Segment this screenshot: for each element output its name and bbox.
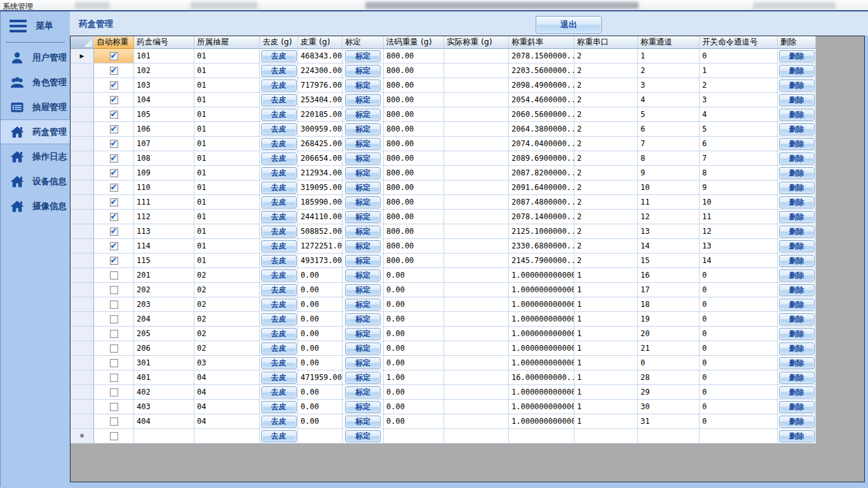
channel-cell[interactable]: 28: [638, 370, 700, 385]
switch-channel-cell[interactable]: 0: [700, 283, 778, 297]
row-selector[interactable]: [71, 312, 94, 327]
box-number-cell[interactable]: 104: [134, 93, 194, 107]
actual-weight-cell[interactable]: [444, 210, 509, 224]
serial-port-cell[interactable]: 2: [574, 49, 638, 64]
box-number-cell[interactable]: 206: [134, 341, 194, 356]
switch-channel-cell[interactable]: 14: [700, 254, 778, 268]
tare-weight-cell[interactable]: 0.00: [298, 327, 342, 341]
tare-button[interactable]: 去皮: [261, 50, 297, 62]
box-number-cell[interactable]: 114: [134, 239, 194, 254]
tare-weight-cell[interactable]: 0.00: [298, 312, 342, 327]
tare-weight-cell[interactable]: [298, 429, 342, 444]
column-header-auto-weigh[interactable]: 自动称重: [94, 36, 134, 49]
row-selector[interactable]: [71, 64, 94, 78]
actual-weight-cell[interactable]: [444, 297, 509, 312]
slope-cell[interactable]: 2064.3800000...: [509, 122, 574, 137]
slope-cell[interactable]: 2078.1400000...: [509, 210, 574, 224]
switch-channel-cell[interactable]: 8: [700, 166, 778, 180]
standard-weight-cell[interactable]: 1.00: [384, 370, 444, 385]
row-selector[interactable]: [71, 356, 94, 370]
delete-button[interactable]: 删除: [779, 94, 815, 106]
calibrate-button[interactable]: 标定: [345, 342, 381, 355]
tare-button[interactable]: 去皮: [261, 372, 297, 384]
serial-port-cell[interactable]: 2: [574, 107, 638, 122]
standard-weight-cell[interactable]: 800.00: [384, 78, 444, 93]
channel-cell[interactable]: 4: [638, 93, 700, 107]
tare-weight-cell[interactable]: 0.00: [298, 356, 342, 370]
standard-weight-cell[interactable]: 800.00: [384, 239, 444, 254]
row-selector[interactable]: [71, 400, 94, 414]
tare-button[interactable]: 去皮: [261, 123, 297, 135]
row-selector[interactable]: [71, 137, 94, 151]
actual-weight-cell[interactable]: [444, 268, 509, 283]
slope-cell[interactable]: 1.0000000000000: [509, 297, 574, 312]
auto-weigh-checkbox[interactable]: [110, 125, 118, 133]
switch-channel-cell[interactable]: [700, 429, 778, 444]
slope-cell[interactable]: 1.0000000000000: [509, 385, 574, 400]
calibrate-button[interactable]: 标定: [345, 182, 381, 194]
slope-cell[interactable]: [509, 429, 574, 444]
serial-port-cell[interactable]: [574, 429, 638, 444]
actual-weight-cell[interactable]: [444, 166, 509, 180]
tare-weight-cell[interactable]: 319095.00: [298, 180, 342, 195]
actual-weight-cell[interactable]: [444, 107, 509, 122]
slope-cell[interactable]: 2060.5600000...: [509, 107, 574, 122]
box-number-cell[interactable]: 404: [134, 414, 194, 429]
tare-weight-cell[interactable]: 244110.00: [298, 210, 342, 224]
box-number-cell[interactable]: 402: [134, 385, 194, 400]
calibrate-button[interactable]: 标定: [345, 240, 381, 252]
row-selector[interactable]: [71, 78, 94, 93]
serial-port-cell[interactable]: 2: [574, 210, 638, 224]
auto-weigh-checkbox[interactable]: [110, 198, 118, 207]
auto-weigh-checkbox[interactable]: [110, 359, 118, 367]
standard-weight-cell[interactable]: 0.00: [384, 312, 444, 327]
tare-button[interactable]: 去皮: [261, 269, 297, 281]
switch-channel-cell[interactable]: 0: [700, 385, 778, 400]
row-selector-header[interactable]: [71, 36, 94, 49]
drawer-cell[interactable]: 01: [194, 64, 260, 78]
drawer-cell[interactable]: 03: [194, 356, 260, 370]
box-number-cell[interactable]: 301: [134, 356, 194, 370]
calibrate-button[interactable]: 标定: [345, 65, 381, 77]
column-header-channel[interactable]: 称重通道: [638, 36, 700, 49]
calibrate-button[interactable]: 标定: [345, 138, 381, 150]
delete-button[interactable]: 删除: [779, 240, 815, 252]
drawer-cell[interactable]: 01: [194, 166, 260, 180]
auto-weigh-checkbox[interactable]: [110, 432, 118, 440]
slope-cell[interactable]: 1.0000000000000: [509, 356, 574, 370]
delete-button[interactable]: 删除: [779, 357, 815, 369]
calibrate-button[interactable]: 标定: [345, 416, 381, 428]
serial-port-cell[interactable]: 2: [574, 64, 638, 78]
serial-port-cell[interactable]: 2: [574, 78, 638, 93]
serial-port-cell[interactable]: 2: [574, 93, 638, 107]
channel-cell[interactable]: 9: [638, 166, 700, 180]
auto-weigh-checkbox[interactable]: [110, 257, 118, 265]
switch-channel-cell[interactable]: 0: [700, 400, 778, 414]
auto-weigh-checkbox[interactable]: [110, 242, 118, 250]
switch-channel-cell[interactable]: 0: [700, 49, 778, 64]
drawer-cell[interactable]: 02: [194, 341, 260, 356]
channel-cell[interactable]: 2: [638, 64, 700, 78]
auto-weigh-checkbox[interactable]: [110, 315, 118, 323]
tare-button[interactable]: 去皮: [261, 138, 297, 150]
delete-button[interactable]: 删除: [779, 401, 815, 413]
calibrate-button[interactable]: 标定: [345, 269, 381, 281]
switch-channel-cell[interactable]: 0: [700, 414, 778, 429]
row-selector[interactable]: [71, 283, 94, 297]
box-number-cell[interactable]: 204: [134, 312, 194, 327]
actual-weight-cell[interactable]: [444, 122, 509, 137]
channel-cell[interactable]: 21: [638, 341, 700, 356]
delete-button[interactable]: 删除: [779, 50, 815, 62]
slope-cell[interactable]: 2087.8200000...: [509, 166, 574, 180]
actual-weight-cell[interactable]: [444, 137, 509, 151]
slope-cell[interactable]: 16.000000000...: [509, 370, 574, 385]
sidebar-item-drawer-management[interactable]: 抽屉管理: [1, 95, 70, 119]
box-number-cell[interactable]: 115: [134, 254, 194, 268]
column-header-serial-port[interactable]: 称重串口: [574, 36, 638, 49]
box-number-cell[interactable]: 111: [134, 195, 194, 210]
channel-cell[interactable]: 1: [638, 49, 700, 64]
calibrate-button[interactable]: 标定: [345, 109, 381, 121]
standard-weight-cell[interactable]: 0.00: [384, 414, 444, 429]
drawer-cell[interactable]: 01: [194, 239, 260, 254]
tare-weight-cell[interactable]: 717976.00: [298, 78, 342, 93]
